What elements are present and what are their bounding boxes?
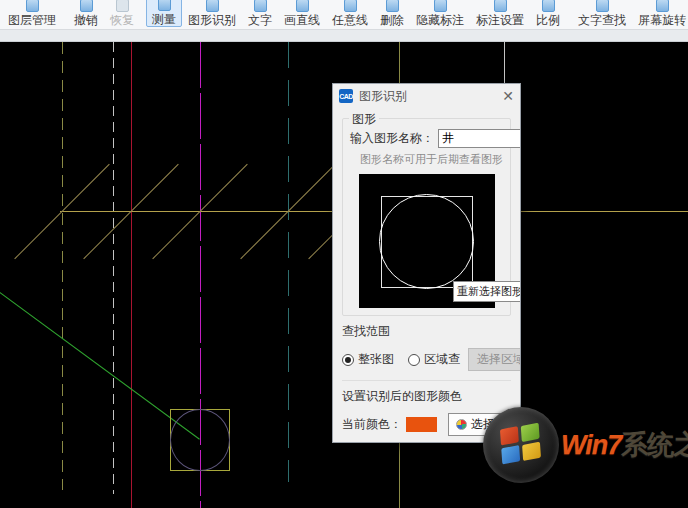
shape-recognition-icon xyxy=(206,0,219,12)
text-search-icon xyxy=(596,0,609,12)
scale-icon xyxy=(542,0,555,12)
toolbar-substrip xyxy=(0,30,688,42)
dialog-title: 图形识别 xyxy=(359,88,407,105)
toolbar-item-label: 图层管理 xyxy=(8,13,56,27)
toolbar-item-label: 撤销 xyxy=(74,13,98,27)
toolbar-item-label: 标注设置 xyxy=(476,13,524,27)
toolbar-item-freehand-line[interactable]: 任意线 xyxy=(326,0,374,27)
windows-flag-green-pane xyxy=(521,423,540,442)
well-symbol-square xyxy=(170,409,230,471)
freehand-line-icon xyxy=(344,0,357,12)
screen-rotate-icon xyxy=(656,0,669,12)
toolbar-item-redo: 恢复 xyxy=(104,0,140,27)
toolbar-item-label: 图形识别 xyxy=(188,13,236,27)
toolbar-item-layer-manage[interactable]: 图层管理 xyxy=(2,0,62,27)
vertical-line xyxy=(288,42,289,482)
toolbar-item-label: 隐藏标注 xyxy=(416,13,464,27)
result-color-section-label: 设置识别后的图形颜色 xyxy=(342,380,511,405)
toolbar-item-label: 文字查找 xyxy=(578,13,626,27)
hide-annotation-icon xyxy=(434,0,447,12)
toolbar: 图层管理撤销恢复测量图形识别文字画直线任意线删除隐藏标注标注设置比例文字查找屏幕… xyxy=(0,0,688,30)
toolbar-item-annotation-settings[interactable]: 标注设置 xyxy=(470,0,530,27)
undo-icon xyxy=(80,0,93,12)
toolbar-item-label: 删除 xyxy=(380,13,404,27)
toolbar-item-measure[interactable]: 测量 xyxy=(146,0,182,27)
toolbar-item-label: 比例 xyxy=(536,13,560,27)
toolbar-item-delete[interactable]: 删除 xyxy=(374,0,410,27)
current-color-label: 当前颜色： xyxy=(342,416,402,433)
shape-name-input[interactable] xyxy=(438,129,521,148)
measure-icon xyxy=(158,0,171,11)
shape-name-label: 输入图形名称： xyxy=(350,130,434,147)
radio-whole-drawing-label: 整张图 xyxy=(358,351,394,368)
annotation-settings-icon xyxy=(494,0,507,12)
windows-logo-icon xyxy=(483,407,559,483)
radio-region-search[interactable] xyxy=(408,354,420,366)
radio-whole-drawing[interactable] xyxy=(342,354,354,366)
dialog-titlebar[interactable]: CAD 图形识别 ✕ xyxy=(333,84,520,108)
vertical-line xyxy=(62,42,63,490)
toolbar-item-text-search[interactable]: 文字查找 xyxy=(572,0,632,27)
delete-icon xyxy=(386,0,399,12)
layer-manage-icon xyxy=(26,0,39,12)
watermark-text: Win7系统之家 xyxy=(561,427,688,463)
toolbar-item-shape-recognition[interactable]: 图形识别 xyxy=(182,0,242,27)
reselect-shape-button[interactable]: 重新选择图形 xyxy=(453,281,521,302)
windows-flag-yellow-pane xyxy=(522,442,541,461)
app-window: 图层管理撤销恢复测量图形识别文字画直线任意线删除隐藏标注标注设置比例文字查找屏幕… xyxy=(0,0,688,508)
windows-flag-blue-pane xyxy=(501,445,520,464)
shape-name-hint: 图形名称可用于后期查看图形 xyxy=(350,152,503,167)
toolbar-item-label: 文字 xyxy=(248,13,272,27)
toolbar-item-label: 任意线 xyxy=(332,13,368,27)
close-icon[interactable]: ✕ xyxy=(502,89,514,103)
draw-line-icon xyxy=(296,0,309,12)
vertical-line xyxy=(131,42,132,508)
watermark-brand: Win7 xyxy=(561,430,621,460)
watermark-suffix: 系统之家 xyxy=(621,430,688,460)
well-symbol-circle xyxy=(170,409,230,471)
shape-group-label: 图形 xyxy=(349,111,379,128)
toolbar-item-screen-rotate[interactable]: 屏幕旋转 xyxy=(632,0,688,27)
radio-region-search-label: 区域查 xyxy=(424,351,460,368)
vertical-line xyxy=(113,42,114,494)
toolbar-item-text[interactable]: 文字 xyxy=(242,0,278,27)
select-region-button: 选择区域 xyxy=(468,348,521,371)
app-icon: CAD xyxy=(339,89,353,103)
color-wheel-icon xyxy=(456,419,467,430)
text-icon xyxy=(254,0,267,12)
toolbar-item-label: 画直线 xyxy=(284,13,320,27)
toolbar-item-label: 测量 xyxy=(152,12,176,26)
win7-watermark: Win7系统之家 xyxy=(483,405,688,485)
current-color-swatch xyxy=(406,417,437,432)
toolbar-item-hide-annotation[interactable]: 隐藏标注 xyxy=(410,0,470,27)
redo-icon xyxy=(116,0,129,12)
preview-circle-outline xyxy=(379,194,474,289)
toolbar-item-undo[interactable]: 撤销 xyxy=(68,0,104,27)
toolbar-item-label: 恢复 xyxy=(110,13,134,27)
toolbar-item-draw-line[interactable]: 画直线 xyxy=(278,0,326,27)
toolbar-item-label: 屏幕旋转 xyxy=(638,13,686,27)
search-range-label: 查找范围 xyxy=(342,323,511,340)
windows-flag-red-pane xyxy=(500,426,519,445)
shape-recognition-dialog: CAD 图形识别 ✕ 图形 输入图形名称： 图形名称可用于后期查看图形 查找范围 xyxy=(332,83,521,443)
toolbar-item-scale[interactable]: 比例 xyxy=(530,0,566,27)
